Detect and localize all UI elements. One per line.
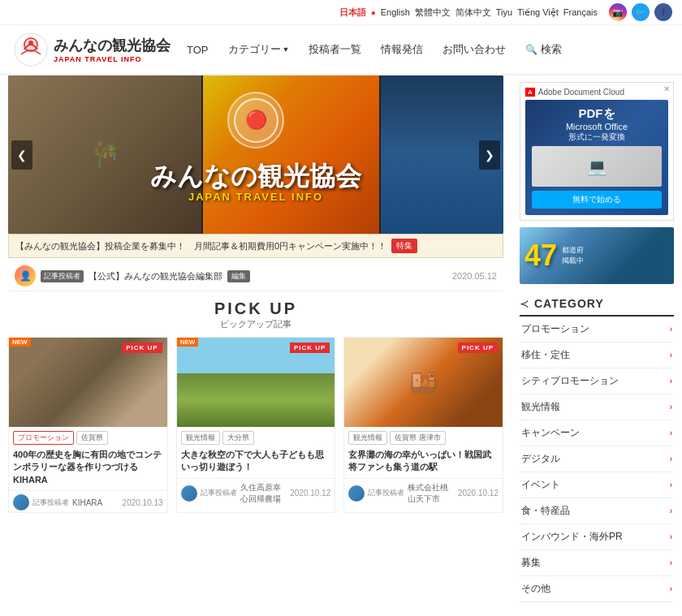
lang-tiyu[interactable]: Tiyu	[496, 7, 512, 17]
author-date: 2020.05.12	[452, 271, 497, 281]
category-link-3[interactable]: 観光情報 ›	[520, 394, 674, 420]
ad-big-text: PDFを	[532, 106, 662, 122]
twitter-icon[interactable]: 🐦	[632, 3, 650, 21]
author-avatar: 👤	[15, 265, 36, 286]
hero-announce: 【みんなの観光協会】投稿企業を募集中！ 月間記事＆初期費用0円キャンペーン実施中…	[15, 240, 386, 252]
cat-arrow-8: ›	[670, 532, 672, 541]
hero-bottom-bar: 【みんなの観光協会】投稿企業を募集中！ 月間記事＆初期費用0円キャンペーン実施中…	[8, 234, 503, 258]
pickup-grid: NEW PICK UP プロモーション 佐賀県 400年の歴史を胸に有田の地でコ…	[8, 337, 503, 513]
pickup-tag-promo[interactable]: プロモーション	[13, 431, 74, 445]
pickup-author-row-2: 記事投稿者 久住高原幸心回帰農場 2020.10.12	[177, 478, 335, 506]
pickup-image-2: NEW PICK UP	[177, 338, 335, 427]
lang-french[interactable]: Français	[563, 7, 598, 17]
pickup-author-row-3: 記事投稿者 株式会社桃山天下市 2020.10.12	[344, 478, 503, 506]
pickup-title-1: 400年の歴史を胸に有田の地でコンテンポラリーな器を作りつづけるKIHARA	[9, 446, 167, 490]
hero-prev-button[interactable]: ❮	[11, 140, 32, 170]
category-link-5[interactable]: デジタル ›	[520, 446, 674, 472]
nav-info[interactable]: 情報発信	[381, 42, 423, 57]
ad-47-number: 47	[524, 241, 557, 270]
pickup-card-3: 🍱 PICK UP 観光情報 佐賀県 唐津市 玄界灘の海の幸がいっぱい！戦国武将…	[343, 337, 503, 513]
pickup-tags-2: 観光情報 大分県	[177, 427, 335, 446]
lang-trad-chinese[interactable]: 繁體中文	[415, 6, 451, 19]
logo-text: みんなの観光協会	[54, 36, 170, 55]
logo-area: みんなの観光協会 JAPAN TRAVEL INFO	[13, 32, 170, 67]
pickup-date-2: 2020.10.12	[290, 489, 330, 498]
category-link-0[interactable]: プロモーション ›	[520, 317, 674, 342]
adobe-logo: A	[525, 88, 535, 97]
nav-top[interactable]: TOP	[187, 44, 209, 56]
instagram-icon[interactable]: 📷	[609, 3, 627, 21]
category-link-7[interactable]: 食・特産品 ›	[520, 498, 674, 523]
author-bar: 👤 記事投稿者 【公式】みんなの観光協会編集部 編集 2020.05.12	[8, 261, 503, 291]
pickup-section-title: PICK UP ピックアップ記事	[8, 299, 503, 330]
lang-simp-chinese[interactable]: 简体中文	[455, 6, 491, 19]
ad-header: A Adobe Document Cloud	[525, 88, 668, 97]
pickup-tag-region-1[interactable]: 佐賀県	[76, 431, 108, 445]
top-bar: 日本語 ● English 繁體中文 简体中文 Tiyu Tiếng Việt …	[0, 0, 682, 25]
sidebar-ad-47: 47 都道府 掲載中	[520, 227, 674, 284]
pickup-tag-region-3[interactable]: 佐賀県 唐津市	[390, 431, 446, 445]
cat-arrow-7: ›	[670, 506, 672, 515]
pickup-date-3: 2020.10.12	[458, 489, 499, 498]
category-item-10: その他 ›	[520, 576, 674, 602]
pickup-title-3: 玄界灘の海の幸がいっぱい！戦国武将ファンも集う道の駅	[344, 446, 503, 478]
nav-contributors[interactable]: 投稿者一覧	[309, 42, 361, 57]
pickup-image-1: NEW PICK UP	[9, 338, 167, 427]
facebook-icon[interactable]: f	[654, 3, 672, 21]
hero-slider: 🎋 🔴 みんなの観光協会 JAPAN TRAVEL INFO ❮ ❯	[8, 75, 503, 234]
logo-sub: JAPAN TRAVEL INFO	[54, 55, 170, 63]
main-header: みんなの観光協会 JAPAN TRAVEL INFO TOP カテゴリー ▼ 投…	[0, 25, 682, 75]
lang-english[interactable]: English	[381, 7, 410, 17]
ad-sub-text-2: 形式に一発変換	[532, 131, 662, 143]
category-list: プロモーション › 移住・定住 › シティプロモーション ›	[520, 317, 674, 602]
nav-category[interactable]: カテゴリー ▼	[228, 42, 290, 57]
pickup-title-2: 大きな秋空の下で大人も子どもも思いっ切り遊ぼう！	[177, 446, 335, 478]
hero-next-button[interactable]: ❯	[479, 140, 500, 170]
category-link-8[interactable]: インバウンド・海外PR ›	[520, 524, 674, 549]
category-link-6[interactable]: イベント ›	[520, 472, 674, 498]
cat-arrow-1: ›	[670, 351, 672, 360]
pickup-author-label-2: 記事投稿者	[201, 488, 237, 498]
category-link-4[interactable]: キャンペーン ›	[520, 420, 674, 446]
hero-panel-2	[203, 75, 378, 234]
pickup-badge-3: PICK UP	[458, 342, 498, 353]
pickup-avatar-1	[13, 494, 29, 510]
pickup-card-2: NEW PICK UP 観光情報 大分県 大きな秋空の下で大人も子どもも思いっ切…	[176, 337, 336, 513]
category-item-5: デジタル ›	[520, 446, 674, 472]
pickup-badge-1: PICK UP	[122, 342, 162, 353]
lang-vietnamese[interactable]: Tiếng Việt	[517, 7, 559, 18]
ad-close-button[interactable]: ✕	[663, 84, 670, 93]
hero-circle: 🔴	[227, 92, 284, 149]
pickup-tag-kanko-3[interactable]: 観光情報	[348, 431, 387, 445]
category-item-8: インバウンド・海外PR ›	[520, 524, 674, 550]
pickup-author-name-3: 株式会社桃山天下市	[408, 482, 455, 505]
hero-title-jp: みんなの観光協会	[8, 162, 503, 191]
pickup-tag-kanko[interactable]: 観光情報	[181, 431, 220, 445]
category-link-10[interactable]: その他 ›	[520, 576, 674, 601]
cat-arrow-10: ›	[670, 584, 672, 593]
lang-japanese[interactable]: 日本語	[339, 6, 366, 19]
category-item-1: 移住・定住 ›	[520, 342, 674, 368]
pickup-badge-2: PICK UP	[290, 342, 330, 353]
category-item-3: 観光情報 ›	[520, 394, 674, 420]
new-badge-2: NEW	[177, 338, 199, 347]
category-link-9[interactable]: 募集 ›	[520, 550, 674, 575]
category-link-1[interactable]: 移住・定住 ›	[520, 342, 674, 368]
hero-title-en: JAPAN TRAVEL INFO	[8, 191, 503, 203]
nav-contact[interactable]: お問い合わせ	[442, 42, 506, 57]
pickup-tags-3: 観光情報 佐賀県 唐津市	[344, 427, 503, 446]
category-item-2: シティプロモーション ›	[520, 368, 674, 394]
new-badge-1: NEW	[9, 338, 31, 347]
category-item-4: キャンペーン ›	[520, 420, 674, 446]
sidebar: ✕ A Adobe Document Cloud PDFを Microsoft …	[512, 75, 682, 609]
svg-point-3	[28, 41, 33, 45]
nav-search[interactable]: 🔍 検索	[525, 42, 562, 57]
category-section: ≺ CATEGORY プロモーション › 移住・定住 ›	[520, 292, 674, 602]
main-column: 🎋 🔴 みんなの観光協会 JAPAN TRAVEL INFO ❮ ❯ 【みんなの…	[0, 75, 512, 609]
pickup-author-label-3: 記事投稿者	[368, 488, 404, 498]
ad-cta-button[interactable]: 無料で始める	[532, 191, 662, 209]
category-title: CATEGORY	[534, 297, 604, 310]
pickup-tag-region-2[interactable]: 大分県	[222, 431, 254, 445]
pickup-image-3: 🍱 PICK UP	[344, 338, 503, 427]
category-link-2[interactable]: シティプロモーション ›	[520, 368, 674, 394]
